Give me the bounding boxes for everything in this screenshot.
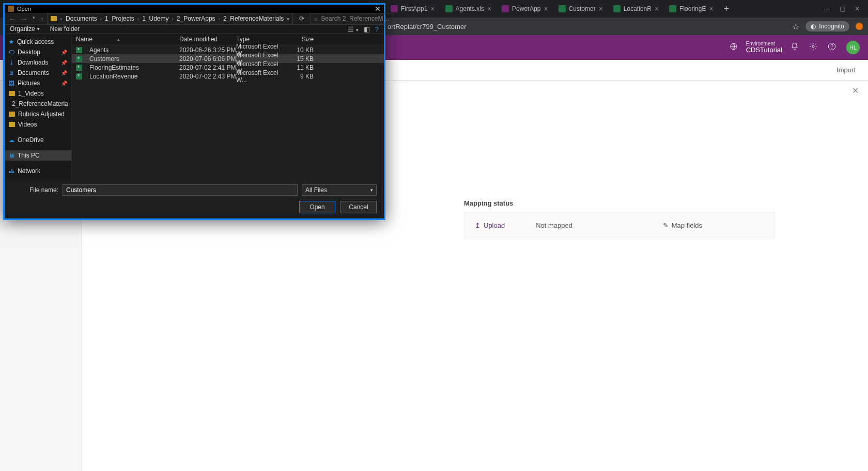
- map-fields-button[interactable]: ✎ Map fields: [663, 222, 764, 229]
- tree-item-label: Rubrics Adjusted: [18, 111, 65, 118]
- tree-item[interactable]: ★Quick access: [5, 37, 71, 47]
- tree-item-label: Quick access: [17, 38, 54, 45]
- notifications-icon[interactable]: [791, 42, 799, 53]
- file-row[interactable]: FlooringEstimates2020-07-02 2:41 PMMicro…: [72, 63, 384, 72]
- incognito-icon: ◐: [811, 23, 816, 30]
- user-avatar[interactable]: HL: [846, 41, 860, 54]
- pencil-icon: ✎: [663, 222, 669, 229]
- folder-icon: [9, 91, 15, 96]
- pin-icon: 📌: [61, 60, 67, 66]
- refresh-icon[interactable]: ⟳: [296, 15, 307, 22]
- upload-button[interactable]: ↥ Upload: [475, 222, 505, 229]
- file-row[interactable]: LocationRevenue2020-07-02 2:43 PMMicroso…: [72, 72, 384, 81]
- file-row[interactable]: Agents2020-06-26 3:25 PMMicrosoft Excel …: [72, 45, 384, 54]
- tab-favicon: [669, 5, 676, 12]
- file-list-header: Name▴ Date modified Type Size: [72, 34, 384, 45]
- map-fields-label: Map fields: [672, 222, 702, 229]
- window-minimize[interactable]: —: [824, 5, 830, 12]
- file-type-filter[interactable]: All Files ▾: [302, 184, 377, 196]
- tab-close-icon[interactable]: ×: [430, 5, 435, 12]
- nav-forward-icon[interactable]: →: [21, 15, 27, 23]
- breadcrumb-segment[interactable]: 2_PowerApps: [177, 15, 215, 22]
- tree-item[interactable]: 1_Videos: [5, 88, 71, 99]
- tree-item[interactable]: Rubrics Adjusted: [5, 109, 71, 119]
- folder-icon: [9, 112, 15, 117]
- search-icon: ⌕: [314, 15, 318, 22]
- nav-recent-icon[interactable]: ▾: [33, 15, 35, 23]
- excel-icon: [76, 47, 82, 53]
- browser-tab[interactable]: FlooringE×: [664, 2, 719, 16]
- search-input[interactable]: ⌕ Search 2_ReferenceMaterials: [311, 13, 393, 24]
- nav-up-icon[interactable]: ↑: [40, 15, 44, 23]
- new-folder-button[interactable]: New folder: [50, 25, 80, 33]
- import-button[interactable]: Import: [836, 66, 856, 74]
- breadcrumb[interactable]: « Documents›1_Projects›1_Udemy›2_PowerAp…: [47, 13, 293, 24]
- help-icon[interactable]: [828, 42, 836, 53]
- tree-item-label: 1_Videos: [18, 90, 44, 97]
- browser-tab[interactable]: FirstApp1×: [385, 2, 440, 16]
- file-open-dialog: Open ✕ ← → ▾ ↑ « Documents›1_Projects›1_…: [3, 3, 385, 220]
- tree-item[interactable]: Videos: [5, 119, 71, 130]
- mapping-status-text: Not mapped: [536, 222, 572, 229]
- nav-back-icon[interactable]: ←: [9, 15, 16, 23]
- tree-item[interactable]: 🖧Network: [5, 166, 71, 176]
- view-mode-icon[interactable]: ☰ ▾: [348, 25, 359, 33]
- close-panel-icon[interactable]: ✕: [852, 86, 859, 96]
- window-close[interactable]: ✕: [855, 5, 860, 12]
- file-size: 9 KB: [288, 73, 314, 80]
- breadcrumb-segment[interactable]: 1_Projects: [105, 15, 134, 22]
- breadcrumb-dropdown-icon[interactable]: ▾: [287, 16, 289, 22]
- tab-close-icon[interactable]: ×: [709, 5, 713, 12]
- tab-favicon: [613, 5, 621, 12]
- column-type[interactable]: Type: [236, 36, 288, 43]
- tree-item[interactable]: ⭳Downloads📌: [5, 57, 71, 68]
- profile-indicator[interactable]: [856, 23, 863, 30]
- environment-picker[interactable]: Environment CDSTutorial: [746, 41, 782, 54]
- new-tab-button[interactable]: +: [719, 4, 735, 14]
- tab-close-icon[interactable]: ×: [599, 5, 603, 12]
- file-row[interactable]: Customers2020-07-06 6:06 PMMicrosoft Exc…: [72, 54, 384, 63]
- help-icon[interactable]: ?: [375, 25, 379, 33]
- file-date: 2020-06-26 3:25 PM: [179, 46, 236, 54]
- breadcrumb-segment[interactable]: Documents: [66, 15, 97, 22]
- dialog-close-icon[interactable]: ✕: [375, 5, 381, 13]
- bookmark-star-icon[interactable]: ☆: [792, 22, 799, 32]
- environment-icon: [730, 42, 738, 53]
- preview-pane-icon[interactable]: ◧: [364, 25, 370, 33]
- tab-close-icon[interactable]: ×: [544, 5, 548, 12]
- tree-item[interactable]: 🖵Desktop📌: [5, 47, 71, 57]
- url-text[interactable]: ortReplat/cr799_Customer: [388, 23, 787, 30]
- column-date[interactable]: Date modified: [179, 36, 236, 43]
- excel-icon: [76, 56, 82, 62]
- tree-icon: ☁: [9, 137, 14, 144]
- cancel-button[interactable]: Cancel: [340, 201, 377, 213]
- folder-tree: ★Quick access🖵Desktop📌⭳Downloads📌🗎Docume…: [5, 34, 72, 179]
- breadcrumb-segment[interactable]: 2_ReferenceMaterials: [223, 15, 284, 22]
- environment-label: Environment: [746, 41, 782, 46]
- open-button[interactable]: Open: [299, 201, 335, 213]
- tree-item-label: 2_ReferenceMateria: [12, 100, 68, 107]
- filename-input[interactable]: [63, 184, 298, 196]
- file-size: 11 KB: [288, 64, 314, 71]
- browser-tab[interactable]: PowerApp×: [497, 2, 553, 16]
- tree-item[interactable]: 🗎Documents📌: [5, 68, 71, 78]
- tab-close-icon[interactable]: ×: [487, 5, 491, 12]
- settings-gear-icon[interactable]: [809, 42, 817, 53]
- tree-item[interactable]: 🖥This PC: [5, 150, 71, 161]
- column-name[interactable]: Name▴: [76, 36, 179, 43]
- tab-favicon: [445, 5, 453, 12]
- tree-item-label: Pictures: [18, 80, 40, 87]
- window-maximize[interactable]: ▢: [840, 5, 845, 12]
- tab-close-icon[interactable]: ×: [655, 5, 659, 12]
- browser-tab[interactable]: Agents.xls×: [440, 2, 497, 16]
- organize-menu[interactable]: Organize ▾: [10, 25, 40, 33]
- tree-item-label: This PC: [18, 152, 40, 159]
- tab-favicon: [502, 5, 509, 12]
- breadcrumb-segment[interactable]: 1_Udemy: [142, 15, 168, 22]
- column-size[interactable]: Size: [288, 36, 314, 43]
- browser-tab[interactable]: Customer×: [553, 2, 608, 16]
- browser-tab[interactable]: LocationR×: [608, 2, 664, 16]
- tree-item[interactable]: ☁OneDrive: [5, 135, 71, 145]
- tree-item[interactable]: 2_ReferenceMateria: [5, 99, 71, 109]
- tree-item[interactable]: 🖼Pictures📌: [5, 78, 71, 88]
